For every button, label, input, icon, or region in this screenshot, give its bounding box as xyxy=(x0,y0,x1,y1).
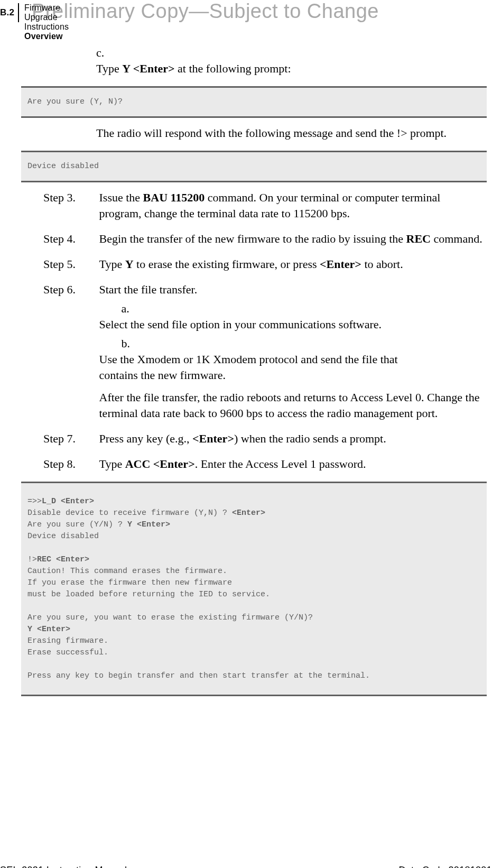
step-7: Step 7. Press any key (e.g., <Enter>) wh… xyxy=(21,431,487,447)
code3-b1: L_D <Enter> xyxy=(42,497,94,506)
code3-l3a: Are you sure (Y/N) ? xyxy=(27,520,127,529)
header-divider xyxy=(18,3,19,22)
substep-c: c. Type Y <Enter> at the following promp… xyxy=(96,45,487,77)
step-5-bold1: Y xyxy=(125,257,134,271)
code-block-2-text: Device disabled xyxy=(27,161,480,172)
code-block-3-text: =>>L_D <Enter> Disable device to receive… xyxy=(27,496,480,682)
step-5-bold2: <Enter> xyxy=(320,257,361,271)
code3-l6: Caution! This command erases the firmwar… xyxy=(27,567,227,576)
step-5-text3: to abort. xyxy=(361,257,403,271)
substep-c-bold: Y <Enter> xyxy=(122,62,174,75)
substep-c-letter: c. xyxy=(96,45,120,61)
step-8-text1: Type xyxy=(99,457,125,470)
step-5: Step 5. Type Y to erase the existing fir… xyxy=(21,256,487,272)
code3-l5a: !> xyxy=(27,555,37,564)
step-4-bold1: REC xyxy=(406,232,431,245)
step-6-body: Start the file transfer. a. Select the s… xyxy=(99,282,486,421)
step-7-label: Step 7. xyxy=(43,431,96,447)
step-3-body: Issue the BAU 115200 command. On your te… xyxy=(99,190,486,221)
page-number: B.2 xyxy=(0,7,14,18)
page: Preliminary Copy—Subject to Change B.2 F… xyxy=(0,0,492,868)
header-title-line2: Overview xyxy=(24,32,69,41)
footer-right: Date Code 20181001 xyxy=(398,865,492,868)
step-4: Step 4. Begin the transfer of the new fi… xyxy=(21,231,487,247)
step-6-sub-b-letter: b. xyxy=(122,336,146,352)
step-3: Step 3. Issue the BAU 115200 command. On… xyxy=(21,190,487,221)
code-block-2: Device disabled xyxy=(21,151,487,182)
code3-l12: Erase successful. xyxy=(27,648,108,657)
step-6-text1: Start the file transfer. xyxy=(99,283,198,296)
step-4-text1: Begin the transfer of the new firmware t… xyxy=(99,232,406,245)
step-6-sub-a-letter: a. xyxy=(122,301,146,317)
code3-b2: <Enter> xyxy=(232,509,265,518)
code-block-3: =>>L_D <Enter> Disable device to receive… xyxy=(21,482,487,696)
step-8-text2: . Enter the Access Level 1 password. xyxy=(195,457,366,470)
step-7-body: Press any key (e.g., <Enter>) when the r… xyxy=(99,431,486,447)
step-6-after: After the file transfer, the radio reboo… xyxy=(99,390,486,421)
step-6: Step 6. Start the file transfer. a. Sele… xyxy=(21,282,487,421)
paragraph-1: The radio will respond with the followin… xyxy=(96,125,487,141)
step-7-text2: ) when the radio sends a prompt. xyxy=(234,432,386,445)
footer-left: SEL-3031 Instruction Manual xyxy=(0,865,127,868)
step-3-text1: Issue the xyxy=(99,191,143,204)
code3-l4: Device disabled xyxy=(27,532,99,541)
step-8-body: Type ACC <Enter>. Enter the Access Level… xyxy=(99,456,486,472)
header-titles: Firmware Upgrade Instructions Overview xyxy=(24,3,69,41)
code3-b3: Y <Enter> xyxy=(127,520,170,529)
step-8: Step 8. Type ACC <Enter>. Enter the Acce… xyxy=(21,456,487,472)
page-content: c. Type Y <Enter> at the following promp… xyxy=(21,45,487,704)
code-block-1: Are you sure (Y, N)? xyxy=(21,86,487,118)
step-4-body: Begin the transfer of the new firmware t… xyxy=(99,231,486,247)
step-6-label: Step 6. xyxy=(43,282,96,298)
header-title-line1: Firmware Upgrade Instructions xyxy=(24,3,69,32)
code3-l13: Press any key to begin transfer and then… xyxy=(27,671,370,680)
step-4-label: Step 4. xyxy=(43,231,96,247)
code3-l11: Erasing firmware. xyxy=(27,636,108,645)
step-5-text2: to erase the existing firmware, or press xyxy=(134,257,320,271)
step-7-bold1: <Enter> xyxy=(192,432,234,445)
code3-b5: REC <Enter> xyxy=(37,555,89,564)
page-header: Preliminary Copy—Subject to Change B.2 F… xyxy=(0,0,492,26)
code3-l2a: Disable device to receive firmware (Y,N)… xyxy=(27,509,232,518)
substep-c-prefix: Type xyxy=(96,62,122,75)
step-5-body: Type Y to erase the existing firmware, o… xyxy=(99,256,486,272)
code3-l9: Are you sure, you want to erase the exis… xyxy=(27,613,313,622)
step-6-subs: a. Select the send file option in your c… xyxy=(99,301,486,383)
step-4-text2: command. xyxy=(431,232,482,245)
step-6-sub-b-text: Use the Xmodem or 1K Xmodem protocol and… xyxy=(99,352,437,383)
code3-l8: must be loaded before returning the IED … xyxy=(27,590,270,599)
code-block-1-text: Are you sure (Y, N)? xyxy=(27,96,480,108)
step-6-sub-a-text: Select the send file option in your comm… xyxy=(99,317,437,333)
step-5-text1: Type xyxy=(99,257,125,271)
step-3-bold1: BAU 115200 xyxy=(143,191,205,204)
substep-c-text: Type Y <Enter> at the following prompt: xyxy=(96,61,460,77)
step-7-text1: Press any key (e.g., xyxy=(99,432,193,445)
step-6-sub-a: a. Select the send file option in your c… xyxy=(99,301,486,333)
step-6-sub-b: b. Use the Xmodem or 1K Xmodem protocol … xyxy=(99,336,486,383)
code3-l7: If you erase the firmware then new firmw… xyxy=(27,578,232,587)
substep-c-suffix: at the following prompt: xyxy=(175,62,291,75)
step-5-label: Step 5. xyxy=(43,256,96,272)
code3-b10: Y <Enter> xyxy=(27,625,70,634)
step-8-label: Step 8. xyxy=(43,456,96,472)
step-8-bold1: ACC <Enter> xyxy=(125,457,195,470)
code3-p1: =>> xyxy=(27,497,42,506)
watermark-text: Preliminary Copy—Subject to Change xyxy=(32,0,492,23)
step-3-label: Step 3. xyxy=(43,190,96,206)
